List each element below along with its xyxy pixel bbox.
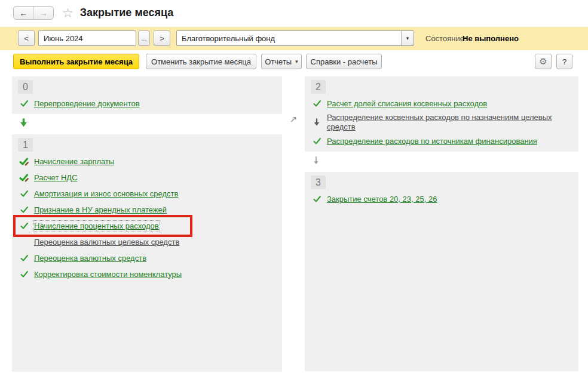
closing-operation-row: Закрытие счетов 20, 23, 25, 26 [305,191,578,207]
expand-arrow-icon[interactable]: ↗ [290,114,298,125]
reports-menu-button[interactable]: Отчеты ▾ [261,54,302,69]
next-period-button[interactable]: > [154,30,170,46]
page-title: Закрытие месяца [80,7,173,19]
chevron-down-icon: ▾ [295,58,298,64]
check-icon [19,221,29,231]
arrow-down-icon [313,156,320,168]
closing-operation-link[interactable]: Переоценка валютных средств [34,254,146,263]
previous-period-button[interactable]: < [18,30,35,46]
check-icon [312,99,321,109]
closing-operation-link[interactable]: Амортизация и износ основных средств [34,189,178,199]
stage-group-number: 0 [18,80,33,94]
closing-operation-row: Расчет НДС [12,170,282,186]
icon-spacer [19,238,29,247]
stage-group-number: 1 [18,138,33,152]
status-label: Состояние: [425,27,466,50]
period-field[interactable]: Июнь 2024 [38,30,136,46]
back-arrow-icon[interactable]: ← [14,7,34,19]
closing-operation-link[interactable]: Закрытие счетов 20, 23, 25, 26 [327,195,437,204]
stage-group-3: 3Закрытие счетов 20, 23, 25, 26 [305,172,578,371]
stage-group-number: 2 [311,80,326,94]
closing-operation-row: Начисление зарплаты [12,153,282,170]
closing-operation-link[interactable]: Корректировка стоимости номенклатуры [34,270,182,279]
closing-stages-right-column: 2Расчет долей списания косвенных расходо… [305,76,578,371]
period-toolbar: < Июнь 2024 ... > Благотворительный фонд… [0,27,588,50]
closing-operation-row: Признание в НУ арендных платежей [12,202,282,218]
closing-operation-link[interactable]: Начисление процентных расходов [34,221,159,231]
history-nav: ← → [13,6,54,20]
organization-value: Благотворительный фонд [177,34,401,43]
closing-operation-link[interactable]: Признание в НУ арендных платежей [34,205,167,215]
closing-operation-row: Перепроведение документов [12,96,282,112]
closing-operation-link[interactable]: Распределение косвенных расходов по назн… [327,113,565,132]
closing-operation-link[interactable]: Начисление зарплаты [34,157,114,167]
closing-operation-link[interactable]: Переоценка валютных целевых средств [34,238,179,247]
period-value: Июнь 2024 [39,34,136,43]
closing-operation-row: Амортизация и износ основных средств [12,186,282,202]
certificates-button[interactable]: Справки - расчеты [306,54,382,69]
check-icon [19,270,29,279]
period-ellipsis-button[interactable]: ... [138,30,150,46]
closing-operation-row: Переоценка валютных средств [12,250,282,266]
gear-icon[interactable]: ⚙ [535,54,552,69]
perform-closing-button[interactable]: Выполнить закрытие месяца [13,54,139,69]
star-icon[interactable]: ☆ [62,7,74,19]
closing-stages-left-column: 0Перепроведение документов1Начисление за… [12,76,282,372]
chevron-down-icon[interactable]: ▾ [401,31,414,45]
arrow-down-icon [20,118,27,130]
arrow-down-icon [312,118,321,127]
stage-group-1: 1Начисление зарплатыРасчет НДСАмортизаци… [12,134,282,372]
check-icon [19,205,29,215]
stage-group-0: 0Перепроведение документов [12,76,282,114]
check-edited-icon [19,157,29,167]
organization-combo[interactable]: Благотворительный фонд ▾ [176,30,414,46]
status-value: Не выполнено [463,27,519,50]
stage-group-2: 2Расчет долей списания косвенных расходо… [305,76,578,152]
closing-operation-row: Переоценка валютных целевых средств [12,234,282,250]
check-edited-icon [19,173,29,183]
check-icon [19,254,29,263]
stage-connector [305,152,578,172]
check-icon [312,195,321,204]
closing-operation-link[interactable]: Расчет НДС [34,173,78,183]
closing-operation-link[interactable]: Распределение расходов по источникам фин… [327,137,537,146]
window-header: ← → ☆ Закрытие месяца [13,6,173,20]
forward-arrow-icon[interactable]: → [34,7,54,19]
cancel-closing-button[interactable]: Отменить закрытие месяца [146,54,256,69]
stage-group-number: 3 [311,175,326,189]
check-icon [19,189,29,199]
stage-connector [12,114,282,134]
closing-operation-link[interactable]: Расчет долей списания косвенных расходов [327,99,487,109]
closing-operation-row: Расчет долей списания косвенных расходов [305,96,578,112]
closing-operation-row: Начисление процентных расходов [12,218,282,234]
closing-operation-row: Распределение косвенных расходов по назн… [305,112,578,133]
help-button[interactable]: ? [556,54,572,69]
closing-operation-link[interactable]: Перепроведение документов [34,99,140,109]
check-icon [19,99,29,109]
closing-operation-row: Корректировка стоимости номенклатуры [12,266,282,282]
reports-label: Отчеты [265,57,292,66]
check-icon [312,137,321,146]
closing-operation-row: Распределение расходов по источникам фин… [305,133,578,149]
